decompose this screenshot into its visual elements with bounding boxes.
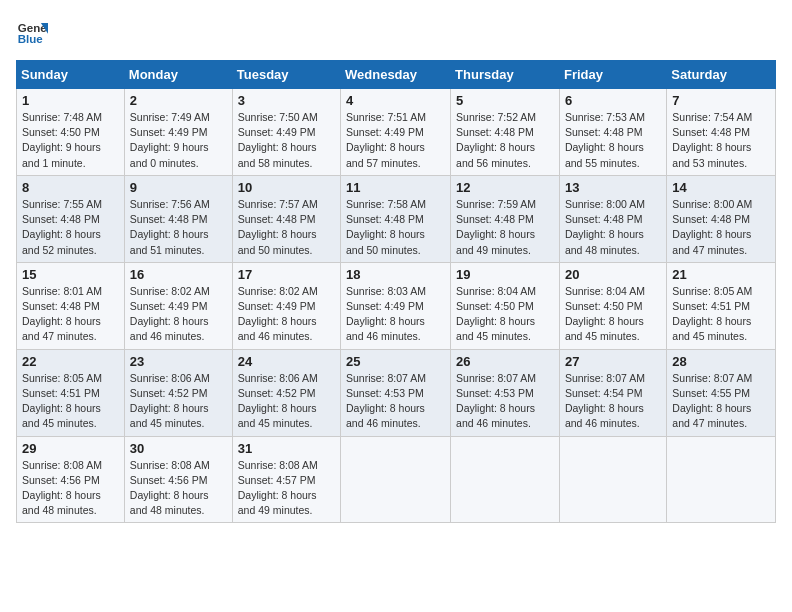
day-info: Sunrise: 7:56 AMSunset: 4:48 PMDaylight:… bbox=[130, 198, 210, 256]
day-number: 29 bbox=[22, 441, 119, 456]
day-number: 24 bbox=[238, 354, 335, 369]
calendar-day-cell: 27 Sunrise: 8:07 AMSunset: 4:54 PMDaylig… bbox=[559, 349, 666, 436]
day-info: Sunrise: 8:06 AMSunset: 4:52 PMDaylight:… bbox=[130, 372, 210, 430]
day-number: 19 bbox=[456, 267, 554, 282]
calendar-table: SundayMondayTuesdayWednesdayThursdayFrid… bbox=[16, 60, 776, 523]
day-number: 30 bbox=[130, 441, 227, 456]
calendar-day-cell: 17 Sunrise: 8:02 AMSunset: 4:49 PMDaylig… bbox=[232, 262, 340, 349]
day-number: 18 bbox=[346, 267, 445, 282]
calendar-body: 1 Sunrise: 7:48 AMSunset: 4:50 PMDayligh… bbox=[17, 89, 776, 523]
day-number: 22 bbox=[22, 354, 119, 369]
day-info: Sunrise: 7:54 AMSunset: 4:48 PMDaylight:… bbox=[672, 111, 752, 169]
calendar-day-cell: 18 Sunrise: 8:03 AMSunset: 4:49 PMDaylig… bbox=[341, 262, 451, 349]
day-info: Sunrise: 8:08 AMSunset: 4:57 PMDaylight:… bbox=[238, 459, 318, 517]
day-number: 10 bbox=[238, 180, 335, 195]
day-info: Sunrise: 8:07 AMSunset: 4:55 PMDaylight:… bbox=[672, 372, 752, 430]
day-number: 31 bbox=[238, 441, 335, 456]
calendar-day-cell: 11 Sunrise: 7:58 AMSunset: 4:48 PMDaylig… bbox=[341, 175, 451, 262]
calendar-day-cell bbox=[667, 436, 776, 523]
calendar-day-cell: 12 Sunrise: 7:59 AMSunset: 4:48 PMDaylig… bbox=[451, 175, 560, 262]
calendar-day-cell: 6 Sunrise: 7:53 AMSunset: 4:48 PMDayligh… bbox=[559, 89, 666, 176]
day-number: 8 bbox=[22, 180, 119, 195]
day-info: Sunrise: 7:52 AMSunset: 4:48 PMDaylight:… bbox=[456, 111, 536, 169]
calendar-day-cell: 23 Sunrise: 8:06 AMSunset: 4:52 PMDaylig… bbox=[124, 349, 232, 436]
day-number: 27 bbox=[565, 354, 661, 369]
calendar-day-cell bbox=[451, 436, 560, 523]
calendar-day-cell: 9 Sunrise: 7:56 AMSunset: 4:48 PMDayligh… bbox=[124, 175, 232, 262]
weekday-header-cell: Saturday bbox=[667, 61, 776, 89]
logo: General Blue bbox=[16, 16, 48, 48]
day-info: Sunrise: 8:07 AMSunset: 4:53 PMDaylight:… bbox=[456, 372, 536, 430]
calendar-day-cell: 20 Sunrise: 8:04 AMSunset: 4:50 PMDaylig… bbox=[559, 262, 666, 349]
calendar-day-cell bbox=[341, 436, 451, 523]
weekday-header-row: SundayMondayTuesdayWednesdayThursdayFrid… bbox=[17, 61, 776, 89]
calendar-day-cell: 15 Sunrise: 8:01 AMSunset: 4:48 PMDaylig… bbox=[17, 262, 125, 349]
day-number: 6 bbox=[565, 93, 661, 108]
calendar-day-cell: 2 Sunrise: 7:49 AMSunset: 4:49 PMDayligh… bbox=[124, 89, 232, 176]
page-header: General Blue bbox=[16, 16, 776, 48]
day-info: Sunrise: 7:50 AMSunset: 4:49 PMDaylight:… bbox=[238, 111, 318, 169]
day-info: Sunrise: 8:08 AMSunset: 4:56 PMDaylight:… bbox=[130, 459, 210, 517]
calendar-day-cell: 24 Sunrise: 8:06 AMSunset: 4:52 PMDaylig… bbox=[232, 349, 340, 436]
calendar-day-cell: 26 Sunrise: 8:07 AMSunset: 4:53 PMDaylig… bbox=[451, 349, 560, 436]
day-number: 3 bbox=[238, 93, 335, 108]
calendar-day-cell: 19 Sunrise: 8:04 AMSunset: 4:50 PMDaylig… bbox=[451, 262, 560, 349]
day-number: 17 bbox=[238, 267, 335, 282]
day-info: Sunrise: 7:57 AMSunset: 4:48 PMDaylight:… bbox=[238, 198, 318, 256]
logo-icon: General Blue bbox=[16, 16, 48, 48]
calendar-day-cell: 22 Sunrise: 8:05 AMSunset: 4:51 PMDaylig… bbox=[17, 349, 125, 436]
day-number: 26 bbox=[456, 354, 554, 369]
day-info: Sunrise: 8:06 AMSunset: 4:52 PMDaylight:… bbox=[238, 372, 318, 430]
day-info: Sunrise: 7:55 AMSunset: 4:48 PMDaylight:… bbox=[22, 198, 102, 256]
calendar-day-cell: 21 Sunrise: 8:05 AMSunset: 4:51 PMDaylig… bbox=[667, 262, 776, 349]
calendar-day-cell: 30 Sunrise: 8:08 AMSunset: 4:56 PMDaylig… bbox=[124, 436, 232, 523]
day-info: Sunrise: 8:04 AMSunset: 4:50 PMDaylight:… bbox=[456, 285, 536, 343]
day-info: Sunrise: 7:59 AMSunset: 4:48 PMDaylight:… bbox=[456, 198, 536, 256]
day-number: 23 bbox=[130, 354, 227, 369]
calendar-day-cell: 25 Sunrise: 8:07 AMSunset: 4:53 PMDaylig… bbox=[341, 349, 451, 436]
weekday-header-cell: Thursday bbox=[451, 61, 560, 89]
calendar-day-cell: 1 Sunrise: 7:48 AMSunset: 4:50 PMDayligh… bbox=[17, 89, 125, 176]
calendar-day-cell: 29 Sunrise: 8:08 AMSunset: 4:56 PMDaylig… bbox=[17, 436, 125, 523]
day-info: Sunrise: 7:53 AMSunset: 4:48 PMDaylight:… bbox=[565, 111, 645, 169]
day-number: 14 bbox=[672, 180, 770, 195]
day-info: Sunrise: 8:00 AMSunset: 4:48 PMDaylight:… bbox=[672, 198, 752, 256]
day-number: 21 bbox=[672, 267, 770, 282]
day-info: Sunrise: 8:08 AMSunset: 4:56 PMDaylight:… bbox=[22, 459, 102, 517]
day-number: 5 bbox=[456, 93, 554, 108]
day-info: Sunrise: 8:03 AMSunset: 4:49 PMDaylight:… bbox=[346, 285, 426, 343]
weekday-header-cell: Sunday bbox=[17, 61, 125, 89]
day-info: Sunrise: 8:02 AMSunset: 4:49 PMDaylight:… bbox=[238, 285, 318, 343]
day-number: 13 bbox=[565, 180, 661, 195]
calendar-day-cell: 13 Sunrise: 8:00 AMSunset: 4:48 PMDaylig… bbox=[559, 175, 666, 262]
weekday-header-cell: Tuesday bbox=[232, 61, 340, 89]
day-number: 20 bbox=[565, 267, 661, 282]
day-number: 7 bbox=[672, 93, 770, 108]
calendar-day-cell: 7 Sunrise: 7:54 AMSunset: 4:48 PMDayligh… bbox=[667, 89, 776, 176]
day-number: 1 bbox=[22, 93, 119, 108]
calendar-week-row: 1 Sunrise: 7:48 AMSunset: 4:50 PMDayligh… bbox=[17, 89, 776, 176]
calendar-day-cell: 16 Sunrise: 8:02 AMSunset: 4:49 PMDaylig… bbox=[124, 262, 232, 349]
weekday-header-cell: Monday bbox=[124, 61, 232, 89]
day-info: Sunrise: 8:07 AMSunset: 4:53 PMDaylight:… bbox=[346, 372, 426, 430]
day-info: Sunrise: 8:05 AMSunset: 4:51 PMDaylight:… bbox=[22, 372, 102, 430]
day-info: Sunrise: 8:05 AMSunset: 4:51 PMDaylight:… bbox=[672, 285, 752, 343]
calendar-day-cell: 3 Sunrise: 7:50 AMSunset: 4:49 PMDayligh… bbox=[232, 89, 340, 176]
weekday-header-cell: Wednesday bbox=[341, 61, 451, 89]
calendar-week-row: 29 Sunrise: 8:08 AMSunset: 4:56 PMDaylig… bbox=[17, 436, 776, 523]
calendar-week-row: 15 Sunrise: 8:01 AMSunset: 4:48 PMDaylig… bbox=[17, 262, 776, 349]
day-info: Sunrise: 8:01 AMSunset: 4:48 PMDaylight:… bbox=[22, 285, 102, 343]
calendar-day-cell: 14 Sunrise: 8:00 AMSunset: 4:48 PMDaylig… bbox=[667, 175, 776, 262]
day-number: 12 bbox=[456, 180, 554, 195]
day-number: 15 bbox=[22, 267, 119, 282]
day-number: 11 bbox=[346, 180, 445, 195]
day-number: 25 bbox=[346, 354, 445, 369]
weekday-header-cell: Friday bbox=[559, 61, 666, 89]
day-info: Sunrise: 8:04 AMSunset: 4:50 PMDaylight:… bbox=[565, 285, 645, 343]
day-number: 16 bbox=[130, 267, 227, 282]
day-info: Sunrise: 8:07 AMSunset: 4:54 PMDaylight:… bbox=[565, 372, 645, 430]
calendar-day-cell: 31 Sunrise: 8:08 AMSunset: 4:57 PMDaylig… bbox=[232, 436, 340, 523]
calendar-day-cell: 4 Sunrise: 7:51 AMSunset: 4:49 PMDayligh… bbox=[341, 89, 451, 176]
day-info: Sunrise: 7:48 AMSunset: 4:50 PMDaylight:… bbox=[22, 111, 102, 169]
svg-text:Blue: Blue bbox=[18, 33, 44, 45]
